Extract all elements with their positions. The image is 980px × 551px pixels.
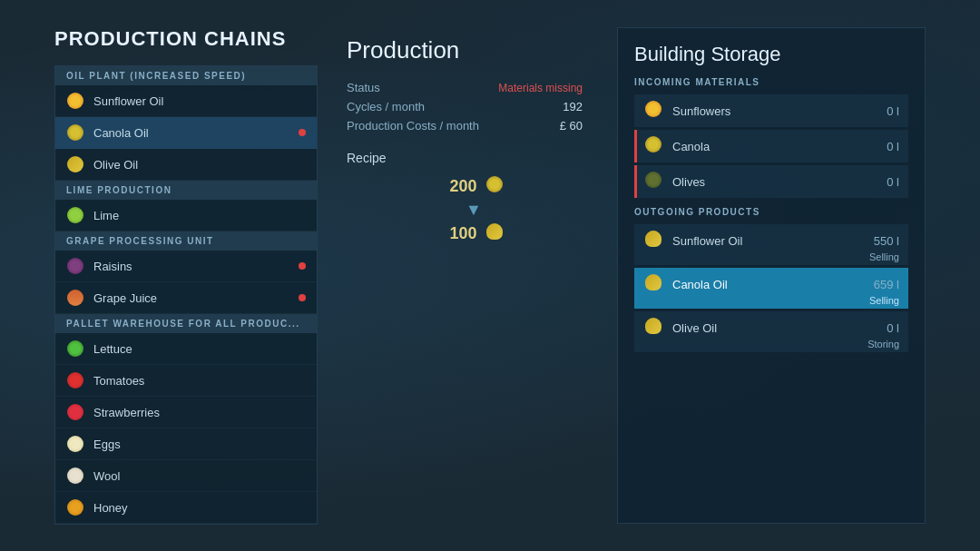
recipe-output-icon bbox=[486, 223, 503, 244]
sidebar-section-header: GRAPE PROCESSING UNIT bbox=[55, 231, 317, 251]
sidebar-item-grape-juice[interactable]: Grape Juice bbox=[55, 282, 317, 314]
sidebar-item-label: Lettuce bbox=[93, 342, 306, 356]
recipe-input-amount: 200 bbox=[446, 177, 477, 196]
costs-label: Production Costs / month bbox=[347, 119, 479, 133]
alert-dot bbox=[299, 262, 306, 270]
sunflowers-icon bbox=[643, 101, 663, 121]
outgoing-item-sunflower-oil-out[interactable]: Sunflower Oil550 lSelling bbox=[634, 224, 908, 265]
storage-item-amount: 0 l bbox=[887, 140, 899, 153]
storage-item-status: Storing bbox=[867, 339, 899, 349]
sidebar-item-olive-oil[interactable]: Olive Oil bbox=[55, 149, 317, 181]
sidebar-item-label: Olive Oil bbox=[93, 158, 306, 172]
sidebar-item-label: Sunflower Oil bbox=[93, 94, 306, 108]
tomatoes-icon bbox=[66, 371, 84, 389]
sidebar-item-lettuce[interactable]: Lettuce bbox=[55, 333, 317, 365]
sidebar-item-label: Canola Oil bbox=[93, 126, 289, 140]
outgoing-header: OUTGOING PRODUCTS bbox=[634, 207, 908, 217]
storage-item-name: Olives bbox=[672, 175, 877, 189]
sidebar-section-header: PALLET WAREHOUSE FOR ALL PRODUC... bbox=[55, 314, 317, 333]
sidebar-item-label: Raisins bbox=[93, 260, 289, 273]
sidebar-item-label: Wool bbox=[93, 469, 306, 483]
recipe-output-amount: 100 bbox=[446, 224, 477, 243]
storage-item-name: Sunflower Oil bbox=[672, 234, 865, 248]
outgoing-item-canola-oil-out[interactable]: Canola Oil659 lSelling bbox=[634, 268, 908, 309]
sidebar-item-canola-oil[interactable]: Canola Oil bbox=[55, 117, 317, 149]
recipe-output: 100 bbox=[446, 223, 503, 244]
left-panel: Production Chains OIL PLANT (INCREASED S… bbox=[54, 27, 318, 524]
honey-icon bbox=[66, 498, 84, 517]
outgoing-item-olive-oil-out[interactable]: Olive Oil0 lStoring bbox=[634, 311, 908, 352]
incoming-item-sunflowers[interactable]: Sunflowers0 l bbox=[634, 94, 908, 127]
storage-item-name: Canola bbox=[672, 140, 877, 153]
storage-item-amount: 0 l bbox=[887, 175, 899, 189]
sidebar-item-raisins[interactable]: Raisins bbox=[55, 251, 317, 282]
recipe-section: Recipe 200 ▼ 100 bbox=[347, 151, 583, 244]
page-title: Production Chains bbox=[54, 27, 318, 51]
incoming-materials: Sunflowers0 lCanola0 lOlives0 l bbox=[634, 94, 908, 198]
sidebar-item-label: Eggs bbox=[93, 438, 306, 451]
storage-item-amount: 550 l bbox=[874, 234, 899, 248]
storage-item-amount: 0 l bbox=[887, 104, 899, 118]
olive-oil-icon bbox=[66, 155, 84, 173]
storage-item-amount: 659 l bbox=[874, 278, 899, 291]
incoming-header: INCOMING MATERIALS bbox=[634, 77, 908, 87]
sidebar-section-header: LIME PRODUCTION bbox=[55, 181, 317, 200]
storage-item-amount: 0 l bbox=[887, 321, 899, 335]
sidebar-section-header: OIL PLANT (INCREASED SPEED) bbox=[55, 66, 317, 85]
storage-item-name: Olive Oil bbox=[672, 321, 877, 335]
storage-item-status: Selling bbox=[869, 295, 899, 306]
recipe-input: 200 bbox=[446, 176, 503, 197]
indicator-bar bbox=[634, 130, 637, 162]
sidebar-item-strawberries[interactable]: Strawberries bbox=[55, 397, 317, 428]
production-stats: Status Materials missing Cycles / month … bbox=[347, 81, 583, 133]
olive-oil-out-icon bbox=[643, 318, 663, 338]
middle-panel: Production Status Materials missing Cycl… bbox=[328, 27, 601, 524]
storage-title: Building Storage bbox=[634, 43, 908, 66]
strawberries-icon bbox=[66, 403, 84, 421]
sidebar-item-tomatoes[interactable]: Tomatoes bbox=[55, 365, 317, 397]
canola-icon bbox=[643, 136, 663, 156]
sidebar-item-lime[interactable]: Lime bbox=[55, 200, 317, 231]
incoming-item-canola[interactable]: Canola0 l bbox=[634, 130, 908, 162]
status-label: Status bbox=[347, 81, 380, 94]
status-row: Status Materials missing bbox=[347, 81, 583, 94]
grape-juice-icon bbox=[66, 289, 84, 307]
sidebar-item-label: Honey bbox=[93, 501, 306, 515]
recipe-flow: 200 ▼ 100 bbox=[365, 176, 583, 244]
alert-dot bbox=[299, 294, 306, 301]
recipe-input-icon bbox=[486, 176, 503, 197]
sunflower-oil-out-icon bbox=[643, 231, 663, 251]
olives-icon bbox=[643, 172, 663, 192]
eggs-icon bbox=[66, 435, 84, 453]
lime-icon bbox=[66, 206, 84, 224]
outgoing-products: Sunflower Oil550 lSellingCanola Oil659 l… bbox=[634, 224, 908, 352]
production-title: Production bbox=[347, 36, 583, 64]
costs-row: Production Costs / month £ 60 bbox=[347, 119, 583, 133]
canola-oil-out-icon bbox=[643, 274, 663, 294]
raisins-icon bbox=[66, 257, 84, 275]
lettuce-icon bbox=[66, 339, 84, 358]
cycles-row: Cycles / month 192 bbox=[347, 100, 583, 113]
sunflower-oil-icon bbox=[66, 92, 84, 110]
right-panel: Building Storage INCOMING MATERIALS Sunf… bbox=[617, 27, 926, 524]
alert-dot bbox=[299, 129, 306, 136]
status-value: Materials missing bbox=[498, 82, 583, 94]
costs-value: £ 60 bbox=[560, 119, 583, 133]
incoming-item-olives[interactable]: Olives0 l bbox=[634, 165, 908, 198]
sidebar-item-honey[interactable]: Honey bbox=[55, 492, 317, 524]
sidebar-item-label: Strawberries bbox=[93, 406, 306, 419]
cycles-value: 192 bbox=[563, 100, 583, 113]
sidebar-item-eggs[interactable]: Eggs bbox=[55, 428, 317, 460]
sidebar-item-wool[interactable]: Wool bbox=[55, 460, 317, 492]
sidebar: OIL PLANT (INCREASED SPEED)Sunflower Oil… bbox=[54, 65, 318, 525]
storage-item-status: Selling bbox=[869, 251, 899, 262]
sidebar-item-label: Lime bbox=[93, 209, 306, 222]
storage-item-name: Canola Oil bbox=[672, 278, 865, 291]
sidebar-item-sunflower-oil[interactable]: Sunflower Oil bbox=[55, 85, 317, 117]
indicator-bar bbox=[634, 165, 637, 198]
recipe-arrow: ▼ bbox=[466, 201, 482, 220]
cycles-label: Cycles / month bbox=[347, 100, 425, 113]
storage-item-name: Sunflowers bbox=[672, 104, 877, 118]
canola-oil-icon bbox=[66, 123, 84, 142]
sidebar-item-label: Grape Juice bbox=[93, 291, 289, 305]
